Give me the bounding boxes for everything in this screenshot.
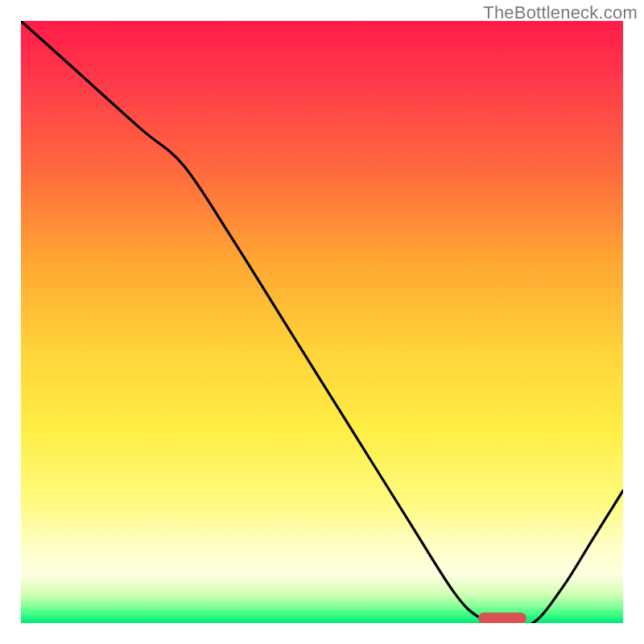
plot-area (21, 21, 623, 623)
bottleneck-curve (21, 21, 623, 623)
chart-canvas: TheBottleneck.com (0, 0, 644, 644)
optimal-marker (478, 613, 526, 623)
